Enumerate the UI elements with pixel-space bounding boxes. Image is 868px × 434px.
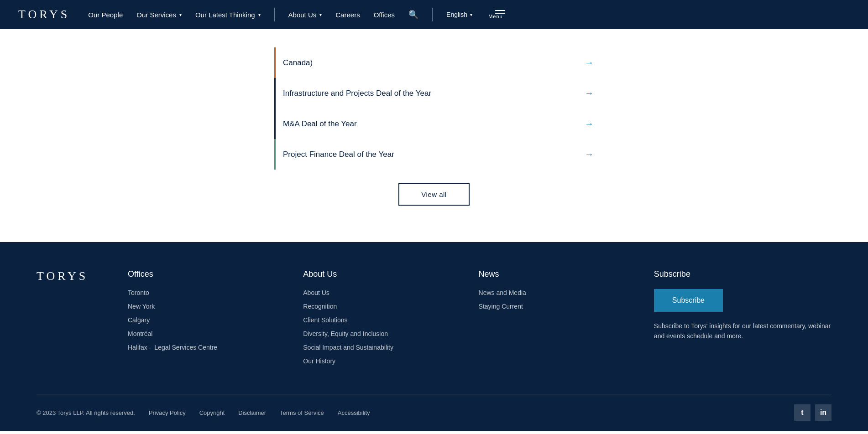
nav-our-services[interactable]: Our Services ▾ <box>136 11 182 19</box>
footer-link-halifax[interactable]: Halifax – Legal Services Centre <box>128 344 276 351</box>
chevron-down-icon: ▾ <box>179 12 182 17</box>
deal-label: Infrastructure and Projects Deal of the … <box>283 89 431 98</box>
footer-about-col: About Us About Us Recognition Client Sol… <box>303 269 451 371</box>
footer-link-diversity[interactable]: Diversity, Equity and Inclusion <box>303 330 451 337</box>
nav-our-latest-thinking[interactable]: Our Latest Thinking ▾ <box>195 11 261 19</box>
navigation: TORYS Our People Our Services ▾ Our Late… <box>0 0 868 29</box>
footer-logo: TORYS <box>37 269 100 371</box>
deals-section: Canada) → Infrastructure and Projects De… <box>274 47 594 206</box>
subscribe-description: Subscribe to Torys' insights for our lat… <box>654 321 831 341</box>
arrow-right-icon: → <box>585 88 594 98</box>
nav-logo: TORYS <box>18 8 70 21</box>
footer-subscribe-col: Subscribe Subscribe Subscribe to Torys' … <box>654 269 831 371</box>
deal-label: Project Finance Deal of the Year <box>283 150 394 159</box>
footer-terms-of-service[interactable]: Terms of Service <box>280 409 324 416</box>
hamburger-icon <box>495 10 505 14</box>
menu-label: Menu <box>488 14 503 19</box>
arrow-right-icon: → <box>585 149 594 160</box>
footer-offices-col: Offices Toronto New York Calgary Montréa… <box>128 269 276 371</box>
footer-privacy-policy[interactable]: Privacy Policy <box>149 409 186 416</box>
subscribe-button[interactable]: Subscribe <box>654 289 723 312</box>
footer-news-col: News News and Media Staying Current <box>479 269 627 371</box>
deal-text: Canada) <box>283 58 313 67</box>
deal-item-partial[interactable]: Canada) → <box>274 47 594 78</box>
footer-link-calgary[interactable]: Calgary <box>128 316 276 324</box>
footer-link-staying-current[interactable]: Staying Current <box>479 303 627 310</box>
footer-link-social-impact[interactable]: Social Impact and Sustainability <box>303 344 451 351</box>
main-content: Canada) → Infrastructure and Projects De… <box>0 29 868 242</box>
chevron-down-icon: ▾ <box>258 12 261 17</box>
footer-link-news-media[interactable]: News and Media <box>479 289 627 296</box>
nav-divider-2 <box>432 8 433 21</box>
deal-label: M&A Deal of the Year <box>283 119 357 129</box>
social-icons: t in <box>794 404 831 421</box>
copyright-text: © 2023 Torys LLP. All rights reserved. <box>37 409 135 416</box>
footer-main: TORYS Offices Toronto New York Calgary M… <box>37 269 831 394</box>
search-icon[interactable]: 🔍 <box>408 10 418 20</box>
menu-button[interactable]: Menu <box>486 10 505 19</box>
nav-about-us[interactable]: About Us ▾ <box>288 11 322 19</box>
footer-copyright-link[interactable]: Copyright <box>199 409 225 416</box>
footer-link-about-us[interactable]: About Us <box>303 289 451 296</box>
view-all-container: View all <box>274 183 594 206</box>
twitter-icon[interactable]: t <box>794 404 810 421</box>
linkedin-icon[interactable]: in <box>815 404 831 421</box>
footer-about-title: About Us <box>303 269 451 279</box>
footer-link-new-york[interactable]: New York <box>128 303 276 310</box>
nav-divider <box>274 8 275 21</box>
footer-link-toronto[interactable]: Toronto <box>128 289 276 296</box>
nav-offices[interactable]: Offices <box>374 11 395 19</box>
footer-link-our-history[interactable]: Our History <box>303 357 451 365</box>
footer-link-montreal[interactable]: Montréal <box>128 330 276 337</box>
language-selector[interactable]: English ▾ <box>446 11 472 18</box>
view-all-button[interactable]: View all <box>398 183 469 206</box>
nav-careers[interactable]: Careers <box>335 11 360 19</box>
footer-offices-title: Offices <box>128 269 276 279</box>
footer-accessibility[interactable]: Accessibility <box>338 409 370 416</box>
chevron-down-icon: ▾ <box>470 12 472 17</box>
nav-links: Our People Our Services ▾ Our Latest Thi… <box>88 8 850 21</box>
footer-link-client-solutions[interactable]: Client Solutions <box>303 316 451 324</box>
arrow-icon: → <box>585 57 594 68</box>
footer-news-title: News <box>479 269 627 279</box>
footer-disclaimer[interactable]: Disclaimer <box>238 409 266 416</box>
footer-subscribe-title: Subscribe <box>654 269 831 279</box>
deal-item-1[interactable]: M&A Deal of the Year → <box>274 108 594 139</box>
footer-bottom-left: © 2023 Torys LLP. All rights reserved. P… <box>37 409 370 416</box>
nav-our-people[interactable]: Our People <box>88 11 123 19</box>
deal-item-0[interactable]: Infrastructure and Projects Deal of the … <box>274 78 594 108</box>
footer-bottom: © 2023 Torys LLP. All rights reserved. P… <box>37 394 831 431</box>
footer: TORYS Offices Toronto New York Calgary M… <box>0 242 868 431</box>
chevron-down-icon: ▾ <box>319 12 322 17</box>
arrow-right-icon: → <box>585 119 594 129</box>
footer-link-recognition[interactable]: Recognition <box>303 303 451 310</box>
deal-item-2[interactable]: Project Finance Deal of the Year → <box>274 139 594 170</box>
